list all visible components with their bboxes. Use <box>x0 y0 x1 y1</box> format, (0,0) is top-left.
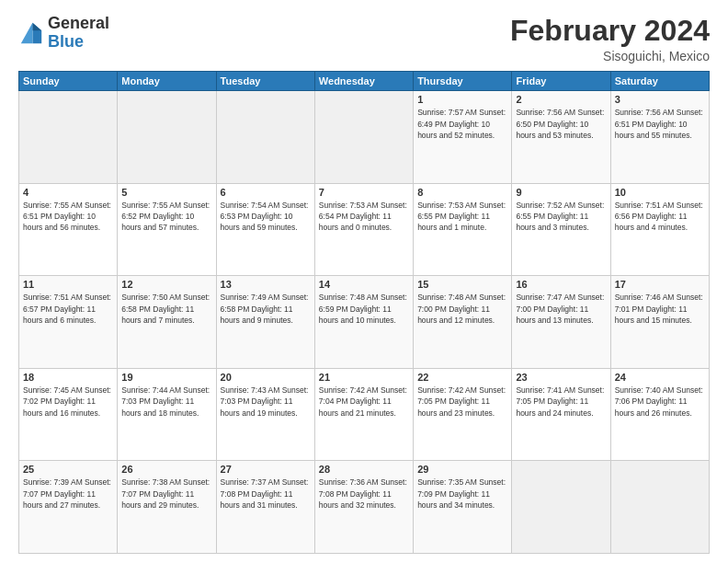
calendar-cell: 14Sunrise: 7:48 AM Sunset: 6:59 PM Dayli… <box>314 276 413 369</box>
day-number: 20 <box>221 372 311 383</box>
day-detail: Sunrise: 7:46 AM Sunset: 7:01 PM Dayligh… <box>615 292 705 326</box>
weekday-header-thursday: Thursday <box>414 72 512 91</box>
calendar-cell: 23Sunrise: 7:41 AM Sunset: 7:05 PM Dayli… <box>512 368 610 461</box>
day-number: 8 <box>417 187 507 198</box>
calendar-cell <box>610 461 709 554</box>
calendar-cell: 9Sunrise: 7:52 AM Sunset: 6:55 PM Daylig… <box>512 183 610 276</box>
weekday-header-tuesday: Tuesday <box>216 72 314 91</box>
day-detail: Sunrise: 7:42 AM Sunset: 7:05 PM Dayligh… <box>417 385 507 419</box>
day-number: 29 <box>417 464 507 475</box>
page: General Blue February 2024 Sisoguichi, M… <box>0 0 728 563</box>
day-detail: Sunrise: 7:50 AM Sunset: 6:58 PM Dayligh… <box>121 292 211 326</box>
calendar-cell: 5Sunrise: 7:55 AM Sunset: 6:52 PM Daylig… <box>118 183 216 276</box>
day-detail: Sunrise: 7:57 AM Sunset: 6:49 PM Dayligh… <box>417 107 507 141</box>
logo-icon <box>18 20 44 46</box>
logo-line1: General <box>48 15 109 33</box>
logo-text: General Blue <box>48 15 109 52</box>
calendar-cell <box>314 91 413 184</box>
calendar-cell: 16Sunrise: 7:47 AM Sunset: 7:00 PM Dayli… <box>512 276 610 369</box>
day-number: 2 <box>516 94 606 105</box>
day-detail: Sunrise: 7:53 AM Sunset: 6:54 PM Dayligh… <box>319 200 409 234</box>
day-number: 21 <box>319 372 409 383</box>
calendar-cell: 24Sunrise: 7:40 AM Sunset: 7:06 PM Dayli… <box>610 368 709 461</box>
day-detail: Sunrise: 7:53 AM Sunset: 6:55 PM Dayligh… <box>417 200 507 234</box>
day-detail: Sunrise: 7:35 AM Sunset: 7:09 PM Dayligh… <box>417 477 507 511</box>
day-number: 24 <box>615 372 705 383</box>
weekday-header-friday: Friday <box>512 72 610 91</box>
day-detail: Sunrise: 7:55 AM Sunset: 6:52 PM Dayligh… <box>121 200 211 234</box>
day-number: 18 <box>23 372 113 383</box>
calendar-cell: 3Sunrise: 7:56 AM Sunset: 6:51 PM Daylig… <box>610 91 709 184</box>
day-detail: Sunrise: 7:42 AM Sunset: 7:04 PM Dayligh… <box>319 385 409 419</box>
day-detail: Sunrise: 7:44 AM Sunset: 7:03 PM Dayligh… <box>121 385 211 419</box>
weekday-header-sunday: Sunday <box>19 72 118 91</box>
calendar-cell: 15Sunrise: 7:48 AM Sunset: 7:00 PM Dayli… <box>414 276 512 369</box>
calendar-cell: 12Sunrise: 7:50 AM Sunset: 6:58 PM Dayli… <box>118 276 216 369</box>
title-block: February 2024 Sisoguichi, Mexico <box>510 15 710 63</box>
day-detail: Sunrise: 7:55 AM Sunset: 6:51 PM Dayligh… <box>23 200 113 234</box>
day-detail: Sunrise: 7:56 AM Sunset: 6:51 PM Dayligh… <box>615 107 705 141</box>
calendar-header-row: SundayMondayTuesdayWednesdayThursdayFrid… <box>19 72 710 91</box>
day-detail: Sunrise: 7:54 AM Sunset: 6:53 PM Dayligh… <box>221 200 311 234</box>
calendar-cell: 17Sunrise: 7:46 AM Sunset: 7:01 PM Dayli… <box>610 276 709 369</box>
day-detail: Sunrise: 7:38 AM Sunset: 7:07 PM Dayligh… <box>121 477 211 511</box>
calendar-cell: 27Sunrise: 7:37 AM Sunset: 7:08 PM Dayli… <box>216 461 314 554</box>
day-number: 1 <box>417 94 507 105</box>
day-detail: Sunrise: 7:56 AM Sunset: 6:50 PM Dayligh… <box>516 107 606 141</box>
calendar-cell <box>216 91 314 184</box>
day-number: 17 <box>615 279 705 290</box>
calendar-cell: 2Sunrise: 7:56 AM Sunset: 6:50 PM Daylig… <box>512 91 610 184</box>
day-number: 6 <box>221 187 311 198</box>
day-detail: Sunrise: 7:39 AM Sunset: 7:07 PM Dayligh… <box>23 477 113 511</box>
day-number: 16 <box>516 279 606 290</box>
main-title: February 2024 <box>510 15 710 47</box>
day-detail: Sunrise: 7:51 AM Sunset: 6:57 PM Dayligh… <box>23 292 113 326</box>
day-detail: Sunrise: 7:47 AM Sunset: 7:00 PM Dayligh… <box>516 292 606 326</box>
day-number: 4 <box>23 187 113 198</box>
day-number: 11 <box>23 279 113 290</box>
day-number: 25 <box>23 464 113 475</box>
calendar-cell: 18Sunrise: 7:45 AM Sunset: 7:02 PM Dayli… <box>19 368 118 461</box>
weekday-header-monday: Monday <box>118 72 216 91</box>
calendar-cell: 8Sunrise: 7:53 AM Sunset: 6:55 PM Daylig… <box>414 183 512 276</box>
calendar-cell <box>512 461 610 554</box>
day-number: 12 <box>121 279 211 290</box>
calendar-cell: 7Sunrise: 7:53 AM Sunset: 6:54 PM Daylig… <box>314 183 413 276</box>
day-detail: Sunrise: 7:52 AM Sunset: 6:55 PM Dayligh… <box>516 200 606 234</box>
calendar-cell: 11Sunrise: 7:51 AM Sunset: 6:57 PM Dayli… <box>19 276 118 369</box>
calendar-week-row: 25Sunrise: 7:39 AM Sunset: 7:07 PM Dayli… <box>19 461 710 554</box>
day-detail: Sunrise: 7:43 AM Sunset: 7:03 PM Dayligh… <box>221 385 311 419</box>
day-number: 28 <box>319 464 409 475</box>
day-detail: Sunrise: 7:45 AM Sunset: 7:02 PM Dayligh… <box>23 385 113 419</box>
svg-marker-1 <box>32 23 41 30</box>
calendar-cell: 10Sunrise: 7:51 AM Sunset: 6:56 PM Dayli… <box>610 183 709 276</box>
calendar-cell: 13Sunrise: 7:49 AM Sunset: 6:58 PM Dayli… <box>216 276 314 369</box>
day-detail: Sunrise: 7:40 AM Sunset: 7:06 PM Dayligh… <box>615 385 705 419</box>
day-detail: Sunrise: 7:48 AM Sunset: 6:59 PM Dayligh… <box>319 292 409 326</box>
day-number: 19 <box>121 372 211 383</box>
day-number: 3 <box>615 94 705 105</box>
day-number: 13 <box>221 279 311 290</box>
day-number: 27 <box>221 464 311 475</box>
calendar-cell: 1Sunrise: 7:57 AM Sunset: 6:49 PM Daylig… <box>414 91 512 184</box>
calendar-cell: 22Sunrise: 7:42 AM Sunset: 7:05 PM Dayli… <box>414 368 512 461</box>
logo: General Blue <box>18 15 109 52</box>
day-number: 15 <box>417 279 507 290</box>
calendar-cell: 29Sunrise: 7:35 AM Sunset: 7:09 PM Dayli… <box>414 461 512 554</box>
calendar-week-row: 11Sunrise: 7:51 AM Sunset: 6:57 PM Dayli… <box>19 276 710 369</box>
header: General Blue February 2024 Sisoguichi, M… <box>18 15 710 63</box>
day-number: 26 <box>121 464 211 475</box>
day-number: 23 <box>516 372 606 383</box>
calendar-cell: 4Sunrise: 7:55 AM Sunset: 6:51 PM Daylig… <box>19 183 118 276</box>
calendar-cell: 20Sunrise: 7:43 AM Sunset: 7:03 PM Dayli… <box>216 368 314 461</box>
day-detail: Sunrise: 7:48 AM Sunset: 7:00 PM Dayligh… <box>417 292 507 326</box>
day-detail: Sunrise: 7:37 AM Sunset: 7:08 PM Dayligh… <box>221 477 311 511</box>
calendar-cell: 19Sunrise: 7:44 AM Sunset: 7:03 PM Dayli… <box>118 368 216 461</box>
calendar-week-row: 4Sunrise: 7:55 AM Sunset: 6:51 PM Daylig… <box>19 183 710 276</box>
day-number: 10 <box>615 187 705 198</box>
calendar-cell <box>118 91 216 184</box>
calendar-cell: 25Sunrise: 7:39 AM Sunset: 7:07 PM Dayli… <box>19 461 118 554</box>
day-detail: Sunrise: 7:41 AM Sunset: 7:05 PM Dayligh… <box>516 385 606 419</box>
calendar-week-row: 1Sunrise: 7:57 AM Sunset: 6:49 PM Daylig… <box>19 91 710 184</box>
calendar-cell <box>19 91 118 184</box>
